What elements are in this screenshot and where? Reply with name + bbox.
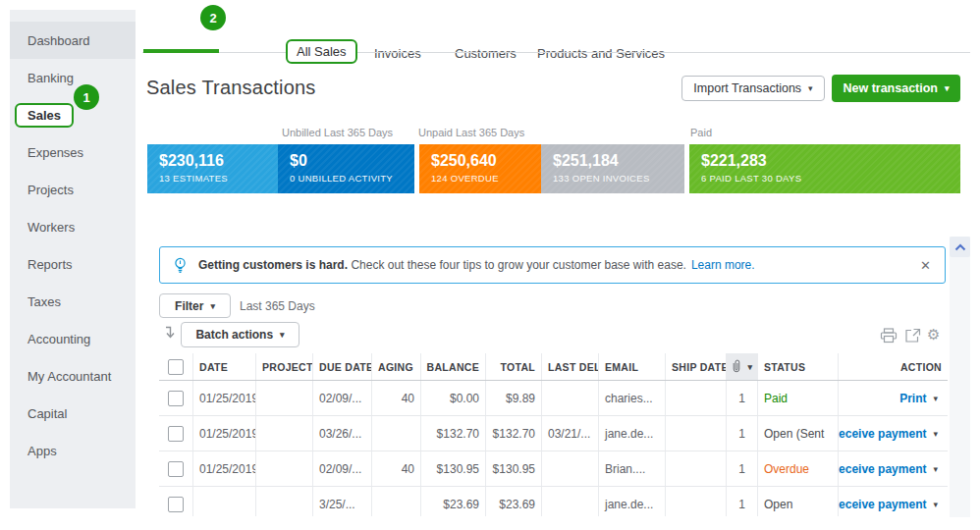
cell-email: Brian.... xyxy=(598,451,665,486)
money-tile-unbilled-activity[interactable]: $0 0 UNBILLED ACTIVITY xyxy=(278,144,414,193)
row-action-button[interactable]: Receive payment xyxy=(838,416,948,450)
sidebar-item-label: Projects xyxy=(27,183,74,197)
sidebar-item-banking[interactable]: Banking xyxy=(10,59,136,96)
row-checkbox[interactable] xyxy=(168,391,184,406)
money-tile-overdue[interactable]: $250,640 124 OVERDUE xyxy=(419,144,541,193)
close-icon[interactable]: ✕ xyxy=(920,258,931,273)
cell-due-date: 02/09/... xyxy=(312,381,371,415)
sidebar-item-my-accountant[interactable]: My Accountant xyxy=(10,357,136,395)
scrollbar[interactable] xyxy=(950,237,970,517)
header-ship-date[interactable]: SHIP DATE xyxy=(665,353,726,380)
tile-caption: 133 OPEN INVOICES xyxy=(553,173,684,184)
chevron-down-icon xyxy=(926,498,938,511)
header-attachments[interactable] xyxy=(726,353,757,380)
header-select xyxy=(159,353,192,380)
sidebar-item-expenses[interactable]: Expenses xyxy=(10,133,136,171)
learn-more-link[interactable]: Learn more. xyxy=(691,258,755,272)
sidebar-item-dashboard[interactable]: Dashboard xyxy=(10,22,136,59)
new-transaction-button[interactable]: New transaction xyxy=(832,75,960,102)
arrow-down-icon[interactable] xyxy=(162,325,178,342)
cell-project xyxy=(255,381,312,415)
header-project[interactable]: PROJECT xyxy=(255,353,312,380)
sidebar-item-apps[interactable]: Apps xyxy=(10,432,136,469)
cell-project xyxy=(255,416,312,450)
sidebar-item-accounting[interactable]: Accounting xyxy=(10,320,136,357)
banner-body-text: Check out these four tips to grow your c… xyxy=(351,258,686,272)
import-transactions-button[interactable]: Import Transactions xyxy=(681,76,825,101)
row-checkbox[interactable] xyxy=(168,426,184,442)
chevron-up-icon xyxy=(954,243,966,251)
filter-button[interactable]: Filter xyxy=(159,293,231,318)
header-email[interactable]: EMAIL xyxy=(598,353,665,380)
action-label: Receive payment xyxy=(838,498,926,511)
header-date[interactable]: DATE xyxy=(192,353,255,380)
header-balance[interactable]: BALANCE xyxy=(420,353,485,380)
chevron-down-icon xyxy=(741,361,753,373)
action-label: Receive payment xyxy=(838,462,926,476)
printer-icon[interactable] xyxy=(880,328,898,344)
cell-select xyxy=(159,487,192,516)
export-icon[interactable] xyxy=(904,328,921,344)
header-total[interactable]: TOTAL xyxy=(485,353,541,380)
cell-status: Overdue xyxy=(757,451,838,486)
tile-amount: $250,640 xyxy=(431,152,541,170)
table-row[interactable]: 01/25/2019 02/09/... 40 $130.95 $130.95 … xyxy=(159,451,948,487)
selected-tab-underline xyxy=(143,49,219,53)
app-window: Dashboard Banking Sales Expenses Project… xyxy=(0,0,980,530)
money-tile-estimates[interactable]: $230,116 13 ESTIMATES xyxy=(147,144,278,193)
header-last-delivered[interactable]: LAST DELIV xyxy=(541,353,598,380)
tab-bar: All Sales Invoices Customers Products an… xyxy=(142,14,970,53)
sidebar-item-label: Dashboard xyxy=(27,33,90,48)
row-action-button[interactable]: Receive payment xyxy=(838,451,948,486)
cell-last-delivered xyxy=(541,451,598,486)
table-row[interactable]: 01/25/2019 02/09/... 40 $0.00 $9.89 char… xyxy=(159,381,948,416)
sidebar-item-workers[interactable]: Workers xyxy=(10,208,136,245)
batch-actions-button[interactable]: Batch actions xyxy=(181,322,299,347)
row-checkbox[interactable] xyxy=(168,497,184,512)
cell-total: $132.70 xyxy=(485,416,541,450)
action-label: Receive payment xyxy=(838,427,926,441)
cell-balance: $132.70 xyxy=(420,416,485,450)
money-tile-paid[interactable]: $221,283 6 PAID LAST 30 DAYS xyxy=(689,144,960,193)
cell-email: jane.de... xyxy=(598,487,665,516)
tab-invoices[interactable]: Invoices xyxy=(374,46,421,61)
sidebar-item-reports[interactable]: Reports xyxy=(10,245,136,283)
tab-products-and-services[interactable]: Products and Services xyxy=(537,46,665,61)
table-row[interactable]: 3/25/... $23.69 $23.69 jane.de... 1 Open… xyxy=(159,487,948,516)
header-due-date[interactable]: DUE DATE xyxy=(312,353,371,380)
chevron-down-icon xyxy=(938,81,950,95)
sidebar-item-label: Sales xyxy=(15,103,74,128)
row-action-button[interactable]: Print xyxy=(838,381,948,415)
chevron-down-icon xyxy=(926,462,938,476)
sidebar-item-sales[interactable]: Sales xyxy=(10,96,136,133)
cell-aging xyxy=(371,487,420,516)
row-action-button[interactable]: Receive payment xyxy=(838,487,948,516)
cell-email: jane.de... xyxy=(598,416,665,450)
tab-all-sales[interactable]: All Sales xyxy=(286,39,357,64)
chevron-down-icon xyxy=(926,427,938,441)
cell-balance: $0.00 xyxy=(420,381,485,415)
banner-bold-text: Getting customers is hard. xyxy=(198,258,348,272)
table-row[interactable]: 01/25/2019 03/26/... $132.70 $132.70 03/… xyxy=(159,416,948,451)
money-tile-open-invoices[interactable]: $251,184 133 OPEN INVOICES xyxy=(541,144,684,193)
sidebar-item-capital[interactable]: Capital xyxy=(10,395,136,432)
cell-date: 01/25/2019 xyxy=(192,451,255,486)
scroll-up-button[interactable] xyxy=(950,237,970,257)
cell-date: 01/25/2019 xyxy=(192,381,255,415)
sidebar-item-taxes[interactable]: Taxes xyxy=(10,283,136,320)
import-transactions-label: Import Transactions xyxy=(693,81,801,95)
sidebar-item-projects[interactable]: Projects xyxy=(10,171,136,208)
header-status[interactable]: STATUS xyxy=(757,353,838,380)
settings-gear-icon[interactable]: ⚙ xyxy=(927,326,940,344)
header-aging[interactable]: AGING xyxy=(371,353,420,380)
cell-email: charies... xyxy=(598,381,665,415)
sidebar-item-label: Taxes xyxy=(27,294,61,309)
sidebar-item-label: Workers xyxy=(27,220,75,235)
row-checkbox[interactable] xyxy=(168,461,184,477)
tip-banner: Getting customers is hard. Check out the… xyxy=(159,246,946,284)
cell-select xyxy=(159,381,192,415)
select-all-checkbox[interactable] xyxy=(168,359,184,375)
cell-aging: 40 xyxy=(371,451,420,486)
tile-amount: $230,116 xyxy=(159,152,278,170)
tab-customers[interactable]: Customers xyxy=(455,46,517,61)
